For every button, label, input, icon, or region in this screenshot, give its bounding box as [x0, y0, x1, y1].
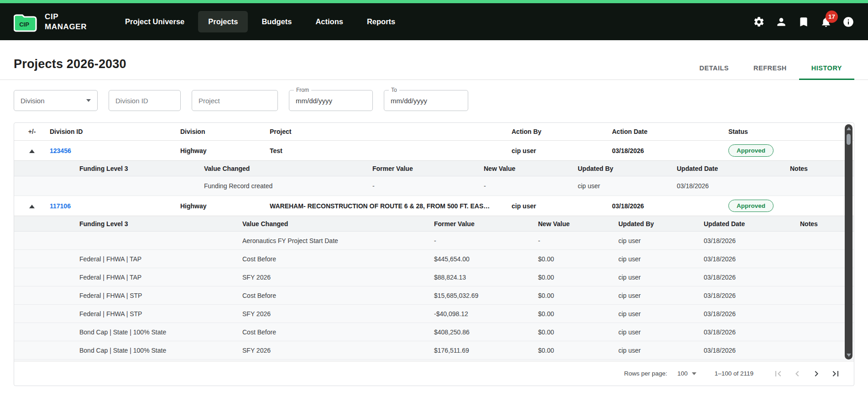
subcol-new-value: New Value	[538, 220, 618, 228]
from-date-input[interactable]	[289, 90, 372, 111]
sub-table-row: Aeronautics FY Project Start Date - - ci…	[14, 232, 854, 250]
sub-table-header-row: Funding Level 3 Value Changed Former Val…	[14, 161, 854, 176]
pager-controls	[772, 367, 842, 380]
table-row: 117106 Highway WAREHAM- RECONSTRUCTION O…	[14, 196, 854, 216]
status-cell: Approved	[728, 200, 842, 212]
to-date-input[interactable]	[384, 90, 468, 111]
former-value: -$40,098.12	[434, 310, 538, 318]
nav-actions[interactable]: Actions	[305, 11, 353, 32]
value-changed-value: SFY 2026	[242, 347, 434, 354]
history-table: +/- Division ID Division Project Action …	[14, 123, 854, 361]
subcol-funding-level: Funding Level 3	[79, 220, 242, 228]
tab-details[interactable]: DETAILS	[687, 57, 741, 80]
previous-page-button[interactable]	[791, 367, 804, 380]
settings-icon[interactable]	[753, 16, 765, 28]
new-value: $0.00	[538, 292, 618, 299]
col-expander: +/-	[14, 128, 50, 135]
subcol-updated-date: Updated Date	[677, 165, 790, 172]
new-value: -	[538, 237, 618, 244]
subcol-value-changed: Value Changed	[242, 220, 434, 228]
pagination-bar: Rows per page: 100 1–100 of 2119	[14, 361, 854, 386]
page-header-row: Projects 2026-2030 DETAILS REFRESH HISTO…	[0, 40, 868, 80]
nav-budgets[interactable]: Budgets	[251, 11, 302, 32]
division-select[interactable]: Division	[14, 90, 98, 111]
rows-per-page-value: 100	[677, 370, 688, 377]
nav-reports[interactable]: Reports	[357, 11, 405, 32]
sub-table-row: Funding Record created - - cip user 03/1…	[14, 176, 854, 196]
new-value: $0.00	[538, 310, 618, 318]
col-action-date: Action Date	[612, 128, 728, 135]
division-id-input[interactable]	[109, 90, 180, 111]
col-division-id: Division ID	[50, 128, 180, 135]
last-page-button[interactable]	[829, 367, 842, 380]
subcol-updated-by: Updated By	[578, 165, 677, 172]
top-accent-strip	[0, 0, 868, 3]
app-bar: CIP CIP MANAGER Project Universe Project…	[0, 3, 868, 40]
next-page-button[interactable]	[810, 367, 823, 380]
sub-table-row: Bond Cap | State | 100% State Cost Befor…	[14, 323, 854, 341]
svg-text:CIP: CIP	[19, 21, 29, 28]
subcol-value-changed: Value Changed	[204, 165, 372, 172]
former-value: $88,824.13	[434, 274, 538, 281]
project-value: WAREHAM- RECONSTRUCTION OF ROUTE 6 & 28,…	[270, 202, 512, 210]
tab-history[interactable]: HISTORY	[799, 57, 854, 80]
collapse-row-button[interactable]	[14, 202, 50, 210]
value-changed-value: Aeronautics FY Project Start Date	[242, 237, 434, 244]
view-tabs: DETAILS REFRESH HISTORY	[687, 57, 854, 79]
subcol-updated-date: Updated Date	[704, 220, 800, 228]
updated-date-value: 03/18/2026	[704, 292, 800, 299]
updated-date-value: 03/18/2026	[704, 347, 800, 354]
sub-table-row: Federal | FHWA | STP Cost Before $15,685…	[14, 286, 854, 305]
updated-date-value: 03/18/2026	[704, 237, 800, 244]
notifications-icon[interactable]: 17	[820, 16, 832, 28]
collapse-row-button[interactable]	[14, 147, 50, 154]
value-changed-value: SFY 2026	[242, 310, 434, 318]
former-value: $445,654.00	[434, 255, 538, 263]
value-changed-value: Cost Before	[242, 328, 434, 336]
scroll-up-arrow-icon[interactable]	[847, 127, 851, 130]
updated-by-value: cip user	[618, 237, 704, 244]
sub-table-header-row: Funding Level 3 Value Changed Former Val…	[14, 216, 854, 232]
funding-level-value: Bond Cap | State | 100% State	[79, 328, 242, 336]
value-changed-value: Cost Before	[242, 255, 434, 263]
subcol-notes: Notes	[790, 165, 842, 172]
scrollbar-thumb[interactable]	[847, 134, 851, 145]
former-value: $176,511.69	[434, 347, 538, 354]
former-value: $408,250.86	[434, 328, 538, 336]
rows-per-page-label: Rows per page:	[624, 370, 668, 377]
vertical-scrollbar[interactable]	[845, 124, 852, 360]
action-by-value: cip user	[512, 202, 612, 210]
first-page-button[interactable]	[772, 367, 784, 380]
status-badge: Approved	[728, 200, 774, 212]
pagination-range: 1–100 of 2119	[715, 370, 753, 377]
triangle-up-icon	[29, 205, 35, 208]
subcol-former-value: Former Value	[372, 165, 484, 172]
updated-by-value: cip user	[618, 328, 704, 336]
person-icon[interactable]	[775, 16, 787, 28]
rows-per-page-select[interactable]: 100	[677, 370, 696, 377]
page-title: Projects 2026-2030	[14, 57, 126, 71]
status-badge: Approved	[728, 144, 774, 157]
sub-table-row: Federal | FHWA | STP SFY 2026 -$40,098.1…	[14, 305, 854, 323]
col-division: Division	[180, 128, 270, 135]
nav-project-universe[interactable]: Project Universe	[115, 11, 194, 32]
action-date-value: 03/18/2026	[612, 147, 728, 154]
tab-refresh[interactable]: REFRESH	[741, 57, 799, 80]
info-icon[interactable]	[842, 16, 854, 28]
appbar-icons: 17	[753, 16, 854, 28]
division-id-link[interactable]: 123456	[50, 147, 180, 154]
new-value: $0.00	[538, 347, 618, 354]
chevron-down-icon	[86, 99, 91, 102]
funding-level-value: Federal | FHWA | STP	[79, 310, 242, 318]
updated-date-value: 03/18/2026	[704, 328, 800, 336]
to-date-field: To	[384, 90, 468, 111]
status-cell: Approved	[728, 144, 842, 157]
from-date-field: From	[289, 90, 373, 111]
division-id-link[interactable]: 117106	[50, 202, 180, 210]
main-nav: Project Universe Projects Budgets Action…	[115, 11, 405, 32]
value-changed-value: Cost Before	[242, 292, 434, 299]
nav-projects[interactable]: Projects	[198, 11, 248, 32]
bookmark-icon[interactable]	[798, 16, 810, 28]
scroll-down-arrow-icon[interactable]	[847, 354, 851, 357]
project-input[interactable]	[192, 90, 277, 111]
